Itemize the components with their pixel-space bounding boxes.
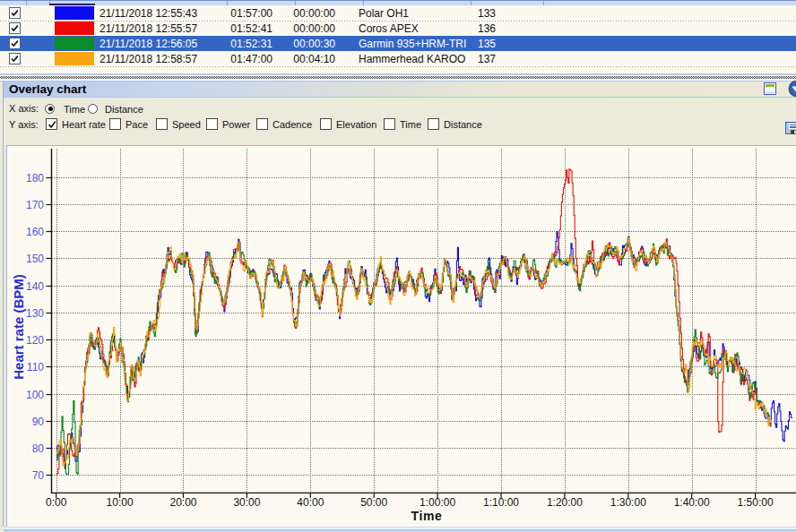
svg-text:160: 160 [26, 226, 44, 238]
svg-text:1:10:00: 1:10:00 [483, 496, 519, 509]
svg-text:20:00: 20:00 [169, 496, 196, 509]
svg-text:10:00: 10:00 [107, 496, 134, 509]
svg-text:1:00:00: 1:00:00 [420, 496, 455, 509]
svg-text:110: 110 [27, 361, 44, 373]
svg-text:1:40:00: 1:40:00 [674, 496, 710, 509]
svg-text:120: 120 [26, 334, 44, 347]
svg-text:90: 90 [32, 416, 45, 428]
svg-text:140: 140 [26, 280, 44, 293]
svg-text:1:50:00: 1:50:00 [738, 496, 774, 509]
svg-text:1:30:00: 1:30:00 [610, 496, 646, 509]
svg-text:70: 70 [32, 469, 45, 482]
svg-text:100: 100 [26, 389, 44, 401]
svg-text:50:00: 50:00 [360, 496, 387, 509]
svg-text:130: 130 [26, 307, 44, 320]
svg-text:0:00: 0:00 [46, 496, 67, 509]
svg-text:40:00: 40:00 [297, 496, 324, 509]
svg-text:30:00: 30:00 [233, 496, 260, 509]
svg-text:170: 170 [26, 199, 44, 211]
svg-text:1:20:00: 1:20:00 [547, 496, 583, 509]
svg-text:180: 180 [26, 172, 44, 184]
svg-text:Heart rate (BPM): Heart rate (BPM) [11, 274, 26, 380]
svg-text:Time: Time [411, 509, 443, 523]
svg-text:150: 150 [26, 253, 44, 265]
svg-text:80: 80 [32, 442, 45, 455]
